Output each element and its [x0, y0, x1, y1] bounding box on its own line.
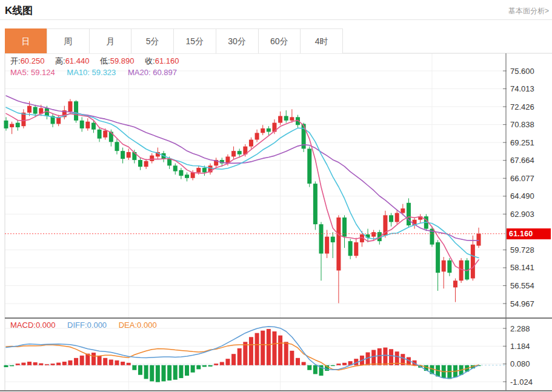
svg-text:0.080: 0.080: [510, 359, 530, 368]
tab-15min[interactable]: 15分: [174, 29, 216, 53]
open-value: 60.250: [21, 56, 45, 65]
macd-value-readout: MACD:0.000: [10, 321, 55, 330]
kline-chart-canvas[interactable]: [5, 53, 506, 391]
svg-text:54.967: 54.967: [510, 299, 534, 308]
open-label: 开:: [10, 56, 21, 65]
low-label: 低:: [100, 56, 110, 65]
ma10-readout: MA10: 59.323: [67, 68, 116, 77]
svg-text:70.838: 70.838: [510, 120, 534, 129]
close-value: 61.160: [155, 56, 179, 65]
tab-week[interactable]: 周: [47, 29, 90, 53]
svg-text:72.426: 72.426: [510, 102, 534, 111]
svg-text:58.141: 58.141: [510, 263, 534, 272]
interval-tabbar: 日 周 月 5分 15分 30分 60分 4时: [5, 28, 343, 53]
macd-readout: MACD:0.000 DIFF:0.000 DEA:0.000: [10, 321, 167, 330]
topbar: K线图 基本面分析>: [0, 0, 552, 20]
high-label: 高:: [55, 56, 65, 65]
close-label: 收:: [145, 56, 155, 65]
tab-day[interactable]: 日: [5, 28, 47, 53]
high-value: 61.440: [65, 56, 90, 65]
tab-4hour[interactable]: 4时: [301, 29, 342, 53]
svg-text:64.490: 64.490: [510, 191, 534, 201]
ma-readout: MA5: 59.124 MA10: 59.323 MA20: 60.897: [10, 68, 187, 77]
svg-text:62.903: 62.903: [510, 210, 534, 219]
svg-text:66.077: 66.077: [510, 174, 534, 183]
axis: 75.60074.01372.42670.83869.25167.66466.0…: [503, 67, 534, 387]
kline-panel: 75.60074.01372.42670.83869.25167.66466.0…: [0, 0, 552, 392]
ohlc-readout: 开:60.250 高:61.440 低:59.890 收:61.160: [10, 56, 187, 67]
svg-text:1.184: 1.184: [510, 342, 530, 351]
ma5-readout: MA5: 59.124: [10, 68, 55, 77]
diff-value-readout: DIFF:0.000: [67, 321, 107, 330]
page-title: K线图: [5, 4, 33, 18]
svg-text:75.600: 75.600: [510, 67, 534, 76]
svg-text:67.664: 67.664: [510, 156, 534, 165]
svg-text:2.288: 2.288: [510, 324, 530, 333]
svg-text:59.728: 59.728: [510, 245, 534, 254]
low-value: 59.890: [110, 56, 135, 65]
tab-60min[interactable]: 60分: [259, 29, 301, 53]
tab-30min[interactable]: 30分: [216, 29, 259, 53]
svg-text:-1.024: -1.024: [510, 377, 533, 387]
svg-text:69.251: 69.251: [510, 138, 534, 147]
ma20-readout: MA20: 60.897: [128, 68, 177, 77]
dea-value-readout: DEA:0.000: [119, 321, 157, 330]
current-price-badge: 61.160: [507, 228, 551, 239]
tab-month[interactable]: 月: [90, 29, 132, 53]
svg-text:74.013: 74.013: [510, 84, 534, 93]
fundamental-analysis-link[interactable]: 基本面分析>: [508, 6, 549, 16]
tab-5min[interactable]: 5分: [131, 29, 174, 53]
svg-text:56.554: 56.554: [510, 281, 534, 290]
